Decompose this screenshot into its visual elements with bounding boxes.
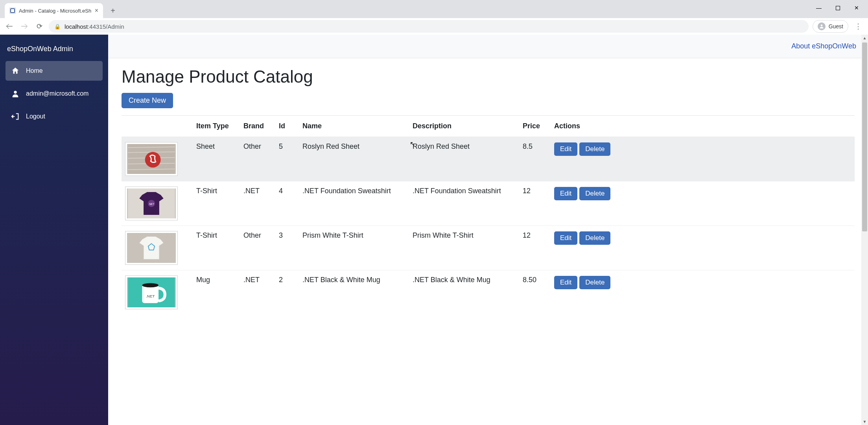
cell-actions: EditDelete bbox=[550, 137, 855, 181]
svg-point-0 bbox=[820, 24, 822, 26]
svg-text:.NET: .NET bbox=[149, 203, 155, 205]
cell-description: Prism White T-Shirt bbox=[409, 226, 519, 270]
cell-name: Prism White T-Shirt bbox=[299, 226, 409, 270]
cell-thumbnail: .NET bbox=[122, 181, 192, 226]
product-thumbnail bbox=[125, 231, 177, 264]
cell-price: 8.50 bbox=[519, 270, 550, 315]
forward-button[interactable]: 🡢 bbox=[19, 21, 30, 32]
edit-button[interactable]: Edit bbox=[554, 231, 577, 245]
cell-name: Roslyn Red Sheet bbox=[299, 137, 409, 181]
table-row: .NETT-Shirt.NET4.NET Foundation Sweatshi… bbox=[122, 181, 855, 226]
col-actions: Actions bbox=[550, 116, 855, 137]
product-thumbnail: .NET bbox=[125, 187, 177, 220]
table-row: T-ShirtOther3Prism White T-ShirtPrism Wh… bbox=[122, 226, 855, 270]
create-new-button[interactable]: Create New bbox=[122, 93, 173, 108]
cell-brand: Other bbox=[240, 137, 275, 181]
table-row: .NETMug.NET2.NET Black & White Mug.NET B… bbox=[122, 270, 855, 315]
logout-icon bbox=[11, 112, 20, 121]
delete-button[interactable]: Delete bbox=[579, 231, 610, 245]
brand-title: eShopOnWeb Admin bbox=[6, 42, 103, 61]
col-item-type: Item Type bbox=[192, 116, 240, 137]
cell-thumbnail bbox=[122, 226, 192, 270]
sidebar-item-label: Home bbox=[26, 67, 43, 74]
svg-point-1 bbox=[14, 91, 17, 94]
product-thumbnail bbox=[125, 142, 177, 176]
cell-brand: Other bbox=[240, 226, 275, 270]
svg-point-8 bbox=[145, 152, 161, 168]
profile-chip[interactable]: Guest bbox=[813, 20, 848, 33]
cell-name: .NET Foundation Sweatshirt bbox=[299, 181, 409, 226]
table-header-row: Item Type Brand Id Name Description Pric… bbox=[122, 116, 855, 137]
cell-item-type: T-Shirt bbox=[192, 226, 240, 270]
col-name: Name bbox=[299, 116, 409, 137]
cell-description: .NET Foundation Sweatshirt bbox=[409, 181, 519, 226]
cell-price: 12 bbox=[519, 181, 550, 226]
cell-price: 12 bbox=[519, 226, 550, 270]
col-thumbnail bbox=[122, 116, 192, 137]
cell-brand: .NET bbox=[240, 181, 275, 226]
scrollbar-up-icon[interactable]: ▲ bbox=[861, 35, 868, 41]
edit-button[interactable]: Edit bbox=[554, 142, 577, 156]
cell-id: 5 bbox=[275, 137, 299, 181]
kebab-menu-button[interactable]: ⋮ bbox=[852, 20, 864, 32]
about-link[interactable]: About eShopOnWeb bbox=[791, 42, 856, 50]
cell-id: 3 bbox=[275, 226, 299, 270]
cell-item-type: Mug bbox=[192, 270, 240, 315]
sidebar: eShopOnWeb Admin Home admin@microsoft.co… bbox=[0, 35, 108, 425]
user-icon bbox=[11, 89, 20, 98]
back-button[interactable]: 🡠 bbox=[4, 21, 15, 32]
sidebar-item-home[interactable]: Home bbox=[6, 61, 103, 81]
sidebar-item-label: admin@microsoft.com bbox=[26, 90, 88, 97]
cell-description: .NET Black & White Mug bbox=[409, 270, 519, 315]
scrollbar-vertical[interactable]: ▲ ▼ bbox=[861, 35, 868, 425]
close-icon[interactable]: × bbox=[95, 7, 98, 14]
cell-thumbnail: .NET bbox=[122, 270, 192, 315]
col-id: Id bbox=[275, 116, 299, 137]
content-area: About eShopOnWeb Manage Product Catalog … bbox=[108, 35, 868, 425]
cell-item-type: T-Shirt bbox=[192, 181, 240, 226]
delete-button[interactable]: Delete bbox=[579, 142, 610, 156]
new-tab-button[interactable]: + bbox=[107, 5, 119, 17]
cell-id: 4 bbox=[275, 181, 299, 226]
svg-point-16 bbox=[142, 283, 158, 287]
edit-button[interactable]: Edit bbox=[554, 276, 577, 289]
cell-actions: EditDelete bbox=[550, 226, 855, 270]
page-title: Manage Product Catalog bbox=[122, 67, 855, 87]
favicon-icon bbox=[9, 7, 16, 14]
minimize-button[interactable]: — bbox=[810, 2, 828, 14]
cell-id: 2 bbox=[275, 270, 299, 315]
tab-strip: Admin - Catalog - Microsoft.eSh × + — ✕ bbox=[0, 0, 868, 18]
sidebar-item-logout[interactable]: Logout bbox=[6, 107, 103, 126]
cell-item-type: Sheet bbox=[192, 137, 240, 181]
browser-chrome: Admin - Catalog - Microsoft.eSh × + — ✕ … bbox=[0, 0, 868, 35]
delete-button[interactable]: Delete bbox=[579, 276, 610, 289]
table-row: SheetOther5Roslyn Red SheetRoslyn Red Sh… bbox=[122, 137, 855, 181]
col-price: Price bbox=[519, 116, 550, 137]
edit-button[interactable]: Edit bbox=[554, 187, 577, 200]
reload-button[interactable]: ⟳ bbox=[34, 21, 45, 32]
lock-icon: 🔒 bbox=[54, 24, 61, 30]
close-window-button[interactable]: ✕ bbox=[848, 2, 866, 14]
sidebar-item-user[interactable]: admin@microsoft.com bbox=[6, 84, 103, 103]
avatar-icon bbox=[818, 22, 826, 30]
cell-thumbnail bbox=[122, 137, 192, 181]
catalog-table: Item Type Brand Id Name Description Pric… bbox=[122, 116, 855, 314]
topbar: About eShopOnWeb bbox=[108, 35, 868, 58]
cell-actions: EditDelete bbox=[550, 181, 855, 226]
address-bar[interactable]: 🔒 localhost:44315/Admin bbox=[49, 20, 809, 33]
scrollbar-thumb[interactable] bbox=[862, 42, 867, 231]
col-description: Description bbox=[409, 116, 519, 137]
cell-actions: EditDelete bbox=[550, 270, 855, 315]
window-controls: — ✕ bbox=[810, 2, 866, 14]
product-thumbnail: .NET bbox=[125, 276, 177, 309]
scrollbar-down-icon[interactable]: ▼ bbox=[861, 418, 868, 425]
browser-tab[interactable]: Admin - Catalog - Microsoft.eSh × bbox=[5, 3, 103, 18]
browser-toolbar: 🡠 🡢 ⟳ 🔒 localhost:44315/Admin Guest ⋮ bbox=[0, 18, 868, 35]
delete-button[interactable]: Delete bbox=[579, 187, 610, 200]
profile-label: Guest bbox=[829, 23, 843, 30]
app-viewport: eShopOnWeb Admin Home admin@microsoft.co… bbox=[0, 35, 868, 425]
cell-name: .NET Black & White Mug bbox=[299, 270, 409, 315]
maximize-button[interactable] bbox=[829, 2, 847, 14]
cell-description: Roslyn Red Sheet bbox=[409, 137, 519, 181]
col-brand: Brand bbox=[240, 116, 275, 137]
